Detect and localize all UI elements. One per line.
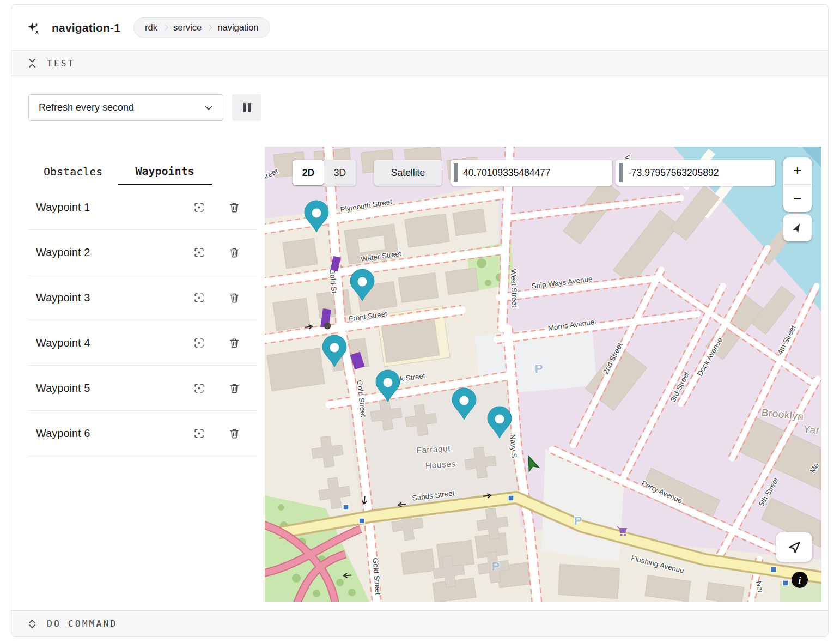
waypoint-label: Waypoint 1 xyxy=(36,201,90,214)
panel-tabs: Obstacles Waypoints xyxy=(28,159,257,185)
focus-waypoint-button[interactable] xyxy=(192,246,206,259)
crosshair-icon xyxy=(193,247,205,258)
trash-icon xyxy=(229,247,240,258)
breadcrumb: rdkservicenavigation xyxy=(133,17,270,38)
collapse-section-icon xyxy=(27,58,37,69)
breadcrumb-item: service xyxy=(173,22,202,33)
trash-icon xyxy=(229,202,240,213)
page-title: navigation-1 xyxy=(52,21,120,34)
info-icon: i xyxy=(798,575,801,585)
expand-section-icon xyxy=(27,618,37,629)
focus-waypoint-button[interactable] xyxy=(192,201,206,214)
locate-button[interactable] xyxy=(776,532,812,562)
waypoint-label: Waypoint 4 xyxy=(36,337,90,349)
latitude-drag-handle[interactable] xyxy=(454,163,458,182)
svg-text:Yar: Yar xyxy=(803,423,820,436)
svg-text:x: x xyxy=(35,28,39,34)
zoom-in-button[interactable]: + xyxy=(783,157,812,185)
waypoint-row: Waypoint 4 xyxy=(28,320,257,366)
crosshair-icon xyxy=(193,428,205,439)
map-satellite-button[interactable]: Satellite xyxy=(374,160,442,186)
waypoint-label: Waypoint 2 xyxy=(36,246,90,259)
waypoint-row: Waypoint 6 xyxy=(28,411,257,456)
longitude-value: -73.97957563205892 xyxy=(628,167,719,179)
tab-obstacles[interactable]: Obstacles xyxy=(28,159,118,185)
svg-text:West Street: West Street xyxy=(509,269,519,307)
longitude-drag-handle[interactable] xyxy=(619,163,623,182)
map-zoom-controls: + − xyxy=(783,157,812,212)
delete-waypoint-button[interactable] xyxy=(228,246,241,259)
delete-waypoint-button[interactable] xyxy=(228,201,241,214)
waypoint-label: Waypoint 6 xyxy=(36,427,90,440)
trash-icon xyxy=(229,337,240,349)
test-section-body: Refresh every second Obstacles Waypoints… xyxy=(11,76,828,610)
waypoints-panel: Obstacles Waypoints Waypoint 1 xyxy=(28,147,257,602)
waypoint-row: Waypoint 5 xyxy=(28,366,257,411)
pause-icon xyxy=(243,103,246,112)
waypoint-label: Waypoint 3 xyxy=(36,292,90,304)
waypoint-list: Waypoint 1 xyxy=(28,185,257,456)
refresh-rate-value: Refresh every second xyxy=(39,102,134,113)
gps-dot xyxy=(324,323,331,330)
do-command-label: DO COMMAND xyxy=(47,618,117,629)
focus-waypoint-button[interactable] xyxy=(192,291,206,305)
map-canvas[interactable]: PPP Plymouth StreetWater StreetFront Str… xyxy=(265,147,821,602)
chevron-down-icon xyxy=(204,105,213,111)
trash-icon xyxy=(229,292,240,304)
map-toolbar: 2D 3D Satellite 40.70109335484477 -73.97… xyxy=(293,160,775,186)
map-2d-button[interactable]: 2D xyxy=(293,160,324,186)
breadcrumb-separator-icon xyxy=(163,25,168,31)
map-info-button[interactable]: i xyxy=(792,572,808,588)
latitude-value: 40.70109335484477 xyxy=(463,167,551,179)
waypoint-label: Waypoint 5 xyxy=(36,382,90,395)
waypoint-row: Waypoint 2 xyxy=(28,230,257,275)
compass-button[interactable] xyxy=(792,222,804,234)
refresh-rate-select[interactable]: Refresh every second xyxy=(28,94,223,121)
delete-waypoint-button[interactable] xyxy=(228,381,241,395)
crosshair-icon xyxy=(193,337,205,349)
crosshair-icon xyxy=(193,383,205,394)
app-window: x navigation-1 rdkservicenavigation TEST… xyxy=(11,4,829,637)
breadcrumb-item: rdk xyxy=(145,22,157,33)
waypoint-row: Waypoint 3 xyxy=(28,275,257,320)
breadcrumb-separator-icon xyxy=(207,25,212,31)
svg-text:P: P xyxy=(535,362,543,375)
delete-waypoint-button[interactable] xyxy=(228,427,241,440)
compass-card xyxy=(783,214,812,241)
delete-waypoint-button[interactable] xyxy=(228,336,241,350)
navigation-service-icon: x xyxy=(27,21,40,34)
svg-text:Navy S: Navy S xyxy=(509,434,518,458)
delete-waypoint-button[interactable] xyxy=(228,291,241,305)
crosshair-icon xyxy=(193,292,205,304)
focus-waypoint-button[interactable] xyxy=(192,381,206,395)
do-command-section-toggle[interactable]: DO COMMAND xyxy=(11,610,828,636)
focus-waypoint-button[interactable] xyxy=(192,336,206,350)
test-section-label: TEST xyxy=(47,58,75,69)
svg-text:P: P xyxy=(574,514,582,527)
test-section-toggle[interactable]: TEST xyxy=(11,50,828,76)
navigation-arrow-icon xyxy=(787,540,801,554)
zoom-out-button[interactable]: − xyxy=(783,185,812,212)
waypoint-row: Waypoint 1 xyxy=(28,185,257,230)
longitude-input[interactable]: -73.97957563205892 xyxy=(616,160,775,186)
tab-waypoints[interactable]: Waypoints xyxy=(118,159,211,185)
trash-icon xyxy=(229,383,240,394)
svg-text:P: P xyxy=(492,560,500,573)
crosshair-icon xyxy=(193,202,205,213)
map[interactable]: PPP Plymouth StreetWater StreetFront Str… xyxy=(265,147,821,602)
header: x navigation-1 rdkservicenavigation xyxy=(11,5,828,50)
breadcrumb-item: navigation xyxy=(217,22,258,33)
focus-waypoint-button[interactable] xyxy=(192,427,206,440)
pause-refresh-button[interactable] xyxy=(232,94,261,121)
latitude-input[interactable]: 40.70109335484477 xyxy=(451,160,612,186)
trash-icon xyxy=(229,428,240,439)
map-3d-button[interactable]: 3D xyxy=(324,160,356,186)
